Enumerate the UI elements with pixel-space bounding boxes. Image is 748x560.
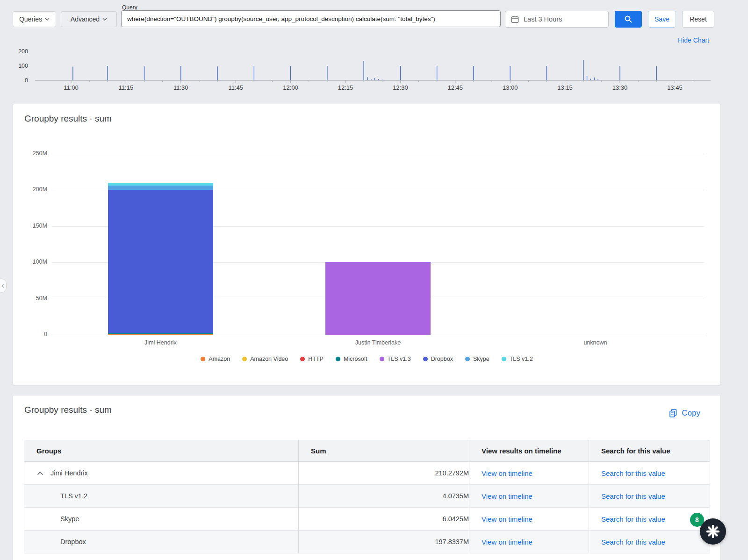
- settings-fab[interactable]: [700, 518, 726, 545]
- svg-text:13:30: 13:30: [612, 84, 628, 91]
- bar-segment-amazon-video[interactable]: [108, 334, 213, 334]
- reset-button[interactable]: Reset: [682, 11, 714, 28]
- legend-label: TLS v1.3: [388, 356, 411, 362]
- groupby-table-card: Groupby results - sum Copy Groups Sum Vi…: [13, 395, 721, 560]
- collapse-chevron-icon[interactable]: [36, 468, 45, 478]
- svg-text:12:00: 12:00: [283, 84, 298, 91]
- legend-dot: [336, 357, 340, 361]
- y-axis-label: 150M: [15, 223, 47, 229]
- view-on-timeline-link[interactable]: View on timeline: [469, 515, 532, 523]
- advanced-dropdown[interactable]: Advanced: [61, 11, 117, 27]
- column-header-sum: Sum: [299, 440, 469, 462]
- search-for-value-link[interactable]: Search for this value: [589, 515, 665, 523]
- reset-button-label: Reset: [690, 15, 707, 23]
- table-row: Skype 6.0425M View on timeline Search fo…: [24, 508, 710, 531]
- svg-text:11:00: 11:00: [64, 84, 79, 91]
- svg-text:12:15: 12:15: [338, 84, 353, 91]
- gridline: [52, 154, 704, 154]
- view-on-timeline-link[interactable]: View on timeline: [469, 469, 532, 477]
- column-header-search: Search for this value: [589, 440, 710, 462]
- legend-item-microsoft[interactable]: Microsoft: [336, 356, 367, 362]
- legend-item-dropbox[interactable]: Dropbox: [423, 356, 453, 362]
- sum-value: 6.0425M: [299, 508, 469, 531]
- bar-segment-skype[interactable]: [108, 186, 213, 190]
- category-label: Jimi Hendrix: [52, 339, 269, 346]
- bar-segment-dropbox[interactable]: [108, 190, 213, 333]
- legend-dot: [300, 357, 305, 361]
- time-range-selector[interactable]: Last 3 Hours: [505, 11, 609, 28]
- bar-segment-tls-v1-3[interactable]: [108, 333, 213, 333]
- bar-segment-microsoft[interactable]: [108, 333, 213, 334]
- chevron-left-icon: ‹: [2, 281, 4, 290]
- save-button[interactable]: Save: [648, 11, 676, 28]
- groupby-chart-title: Groupby results - sum: [24, 114, 112, 124]
- group-label: Dropbox: [60, 538, 86, 546]
- svg-text:12:45: 12:45: [448, 84, 463, 91]
- query-results-page: Queries Advanced Query Last 3 Hours Save…: [0, 0, 748, 560]
- table-header-row: Groups Sum View results on timeline Sear…: [24, 440, 710, 462]
- copy-icon: [669, 409, 678, 418]
- legend-label: Amazon: [209, 356, 230, 362]
- svg-text:100: 100: [18, 63, 28, 69]
- y-axis-label: 50M: [15, 295, 47, 302]
- y-axis-label: 200M: [15, 186, 47, 193]
- collapse-panel-handle[interactable]: ‹: [0, 279, 7, 293]
- bar-segment-amazon[interactable]: [108, 334, 213, 335]
- legend-item-tls-v1-2[interactable]: TLS v1.2: [502, 356, 533, 362]
- copy-button[interactable]: Copy: [669, 409, 700, 418]
- sum-value: 210.2792M: [299, 462, 469, 485]
- group-label: Jimi Hendrix: [50, 469, 88, 477]
- legend-dot: [465, 357, 470, 361]
- column-header-groups: Groups: [24, 440, 299, 462]
- table-row: TLS v1.2 4.0735M View on timeline Search…: [24, 485, 710, 508]
- svg-text:12:30: 12:30: [393, 84, 408, 91]
- legend-item-amazon[interactable]: Amazon: [201, 356, 230, 362]
- legend-dot: [423, 357, 428, 361]
- search-for-value-link[interactable]: Search for this value: [589, 469, 665, 477]
- group-label: Skype: [60, 515, 79, 523]
- legend-label: HTTP: [308, 356, 324, 362]
- save-button-label: Save: [654, 15, 669, 23]
- bar-segment-tls-v1-2[interactable]: [108, 183, 213, 186]
- run-search-button[interactable]: [615, 11, 642, 28]
- svg-text:13:15: 13:15: [557, 84, 573, 91]
- legend-item-amazon-video[interactable]: Amazon Video: [242, 356, 288, 362]
- category-label: Justin Timberlake: [269, 339, 487, 346]
- group-label: TLS v1.2: [60, 492, 87, 500]
- search-for-value-link[interactable]: Search for this value: [589, 492, 665, 500]
- time-range-value: Last 3 Hours: [524, 15, 562, 23]
- view-on-timeline-link[interactable]: View on timeline: [469, 538, 532, 546]
- hide-chart-link[interactable]: Hide Chart: [678, 36, 709, 44]
- calendar-icon: [511, 15, 519, 23]
- svg-text:11:15: 11:15: [119, 84, 134, 91]
- timeline-chart[interactable]: 010020011:0011:1511:3011:4512:0012:1512:…: [0, 47, 748, 93]
- legend-label: Skype: [473, 356, 489, 362]
- notification-count-badge[interactable]: 8: [690, 513, 704, 527]
- svg-text:11:30: 11:30: [173, 84, 188, 91]
- queries-button[interactable]: Queries: [13, 11, 56, 27]
- bar-segment-tls-v1-3[interactable]: [325, 262, 431, 335]
- svg-text:13:45: 13:45: [667, 84, 683, 91]
- bar-chart-legend: AmazonAmazon VideoHTTPMicrosoftTLS v1.3D…: [13, 356, 720, 362]
- search-for-value-link[interactable]: Search for this value: [589, 538, 665, 546]
- advanced-dropdown-label: Advanced: [71, 15, 100, 23]
- legend-dot: [201, 357, 205, 361]
- query-input[interactable]: [121, 10, 501, 27]
- legend-item-skype[interactable]: Skype: [465, 356, 489, 362]
- legend-label: TLS v1.2: [510, 356, 533, 362]
- legend-item-tls-v1-3[interactable]: TLS v1.3: [380, 356, 411, 362]
- svg-text:200: 200: [18, 48, 28, 55]
- category-label: unknown: [487, 339, 704, 346]
- legend-item-http[interactable]: HTTP: [300, 356, 324, 362]
- view-on-timeline-link[interactable]: View on timeline: [469, 492, 532, 500]
- y-axis-label: 0: [15, 331, 47, 337]
- sum-value: 197.8337M: [299, 531, 469, 553]
- bar-segment-http[interactable]: [108, 334, 213, 334]
- sum-value: 4.0735M: [299, 485, 469, 508]
- y-axis-label: 100M: [15, 258, 47, 265]
- legend-label: Microsoft: [344, 356, 367, 362]
- groupby-chart-card: Groupby results - sum 050M100M150M200M25…: [13, 104, 721, 385]
- svg-text:0: 0: [25, 77, 28, 84]
- gear-star-icon: [705, 524, 721, 539]
- svg-text:13:00: 13:00: [503, 84, 518, 91]
